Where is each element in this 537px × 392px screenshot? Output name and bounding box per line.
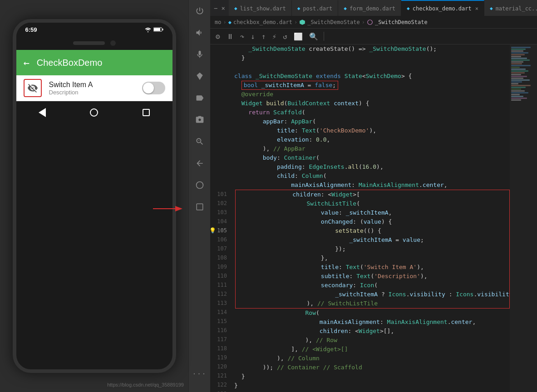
tab-checkbox-demo[interactable]: ◆ checkbox_demo.dart × [401,0,484,16]
line-num-lightbulb: 💡105 [210,226,227,235]
line-num: 114 [210,308,227,317]
battery-icon [153,27,163,32]
minimap-line [511,65,531,66]
app-bar-title: CheckBoxDemo [37,58,103,68]
svg-rect-6 [197,204,203,210]
breadcrumb-class: _SwitchDemoState [307,19,360,25]
switch-list-tile[interactable]: Switch Item A Description [16,75,172,101]
code-line: } [234,372,510,381]
tab-list-show[interactable]: ◆ list_show.dart [229,0,292,16]
code-line: child: Column( [234,172,510,181]
line-num: 116 [210,326,227,335]
line-num: 103 [210,208,227,217]
line-num: 108 [210,253,227,262]
code-line: body: Container( [234,153,510,162]
code-line: ), // AppBar [234,144,510,153]
code-line: secondary: Icon( [236,281,509,290]
minimap-line [511,52,528,54]
breadcrumb-sep3: › [362,19,365,25]
search-icon[interactable]: 🔍 [307,31,320,42]
code-content[interactable]: _SwitchDemoState createState() => _Switc… [231,44,510,392]
reload-icon[interactable]: ↺ [281,31,289,42]
minimap-line [511,61,523,63]
code-line: _SwitchDemoState createState() => _Switc… [234,44,510,54]
zoom-out-icon[interactable] [189,131,211,152]
stop-icon[interactable]: ⬜ [292,31,305,42]
minimap-line [511,69,526,70]
minimap-line [511,76,527,77]
more-icon[interactable]: ··· [189,363,211,385]
nav-home-btn[interactable] [87,108,101,117]
tab-bar: − × ◆ list_show.dart ◆ post.dart ◆ form_… [210,0,537,16]
close-btn[interactable]: × [221,5,225,12]
code-line: Widget build(BuildContext context) { [234,99,510,108]
dart-icon: ◆ [234,5,237,11]
visibility-off-icon [27,83,38,93]
square-icon[interactable] [189,196,211,218]
phone-frame: 6:59 ← C [13,19,176,373]
code-editor[interactable]: 101 102 103 104 💡105 106 107 108 109 110… [210,44,537,392]
breadcrumb-bar: mo › ◆ checkbox_demo.dart › _SwitchDemoS… [210,16,537,29]
tag-icon[interactable] [189,87,211,109]
breadcrumb-root: mo [215,19,221,25]
phone-time: 6:59 [25,26,37,33]
microphone-icon[interactable] [189,44,211,65]
diamond-icon[interactable] [189,65,211,87]
line-num: 119 [210,353,227,362]
minimap-line [511,96,523,97]
back-button[interactable]: ← [24,57,30,69]
switch-toggle[interactable] [142,82,165,94]
wifi-icon [145,27,151,32]
lightning-icon[interactable]: ⚡ [271,31,279,42]
line-num: 104 [210,217,227,226]
tab-close-btn[interactable]: × [475,5,478,12]
back-icon[interactable] [189,152,211,174]
circle-icon[interactable] [189,174,211,196]
code-line-highlighted: bool _switchItemA = false; [234,81,510,90]
tab-form-demo[interactable]: ◆ form_demo.dart [338,0,401,16]
minimap-line [511,63,522,64]
power-icon[interactable] [189,0,211,22]
volume-icon[interactable] [189,22,211,44]
line-num: 112 [210,289,227,299]
minimap-line [511,87,526,88]
debug-icon[interactable]: ⚙ [214,31,222,42]
nav-back-btn[interactable] [35,108,49,117]
svg-rect-1 [154,28,160,31]
phone-body: Switch Item A Description [16,75,172,101]
tab-post[interactable]: ◆ post.dart [292,0,339,16]
pause-icon[interactable]: ⏸ [225,31,236,42]
line-num: 109 [210,262,227,271]
line-num: 111 [210,280,227,289]
code-line: ), // Row [234,336,510,345]
minimap-line [511,83,518,84]
line-num: 123 [210,389,227,392]
code-line: Row( [234,309,510,318]
tile-text-group: Switch Item A Description [49,81,135,96]
app-bar: ← CheckBoxDemo [16,50,172,75]
method-icon [367,19,373,25]
minimap [510,44,537,392]
step-over-icon[interactable]: ↷ [238,31,246,42]
step-into-icon[interactable]: ↓ [249,31,257,42]
code-line: padding: EdgeInsets.all(16.0), [234,162,510,172]
code-line: }, [236,254,509,263]
camera-icon[interactable] [189,109,211,131]
line-num [210,44,227,54]
code-line: _switchItemA = value; [236,235,509,245]
line-num [210,108,227,117]
minimize-btn[interactable]: − [214,5,217,12]
nav-recents-btn[interactable] [139,108,153,117]
svg-point-5 [196,182,203,189]
minimap-line [511,54,525,55]
minimap-line [511,85,531,86]
step-up-icon[interactable]: ↑ [260,31,268,42]
phone-simulator: 6:59 ← C [0,0,188,392]
code-line: ), // Column [234,354,510,363]
phone-camera [110,40,116,46]
line-num: 122 [210,380,227,389]
recents-nav-icon [143,109,150,116]
line-num: 106 [210,235,227,244]
tab-material[interactable]: ◆ material_cc... [484,0,537,16]
tab-label: form_demo.dart [350,5,395,12]
